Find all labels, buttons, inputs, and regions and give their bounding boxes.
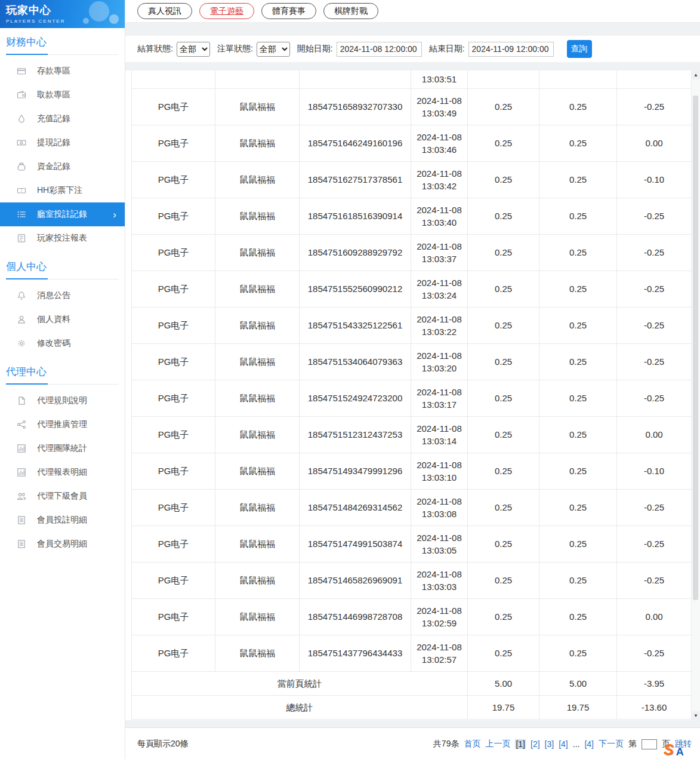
page-link[interactable]: [4] [559, 739, 568, 749]
sidebar-item[interactable]: 代理團隊統計 › [0, 437, 125, 460]
sidebar-item[interactable]: 資金記錄 › [0, 155, 125, 179]
share-icon [17, 420, 26, 429]
cell-profit: -0.25 [617, 271, 692, 307]
doc-icon [17, 396, 26, 405]
cell-datetime: 2024-11-0813:03:37 [411, 234, 468, 271]
prev-page-link[interactable]: 上一页 [485, 739, 510, 749]
bet-records-table: 13:03:51PG电子鼠鼠福福18547516589327073302024-… [131, 70, 692, 720]
cell-provider: PG电子 [132, 343, 215, 380]
page-link[interactable]: [1] [515, 739, 526, 749]
cell-valid-bet: 0.25 [539, 635, 617, 671]
sidebar-item[interactable]: 提現記錄 › [0, 131, 125, 155]
sidebar-item-label: 代理推廣管理 [37, 419, 125, 430]
category-tab[interactable]: 體育賽事 [261, 3, 316, 19]
cell-valid-bet: 0.25 [539, 88, 617, 125]
category-tab[interactable]: 電子遊藝 [199, 3, 254, 19]
jump-prefix-label: 第 [628, 739, 637, 749]
sidebar-header: 玩家中心 PLAYERS CENTER [0, 0, 125, 28]
settle-status-label: 結算狀態: [137, 44, 173, 54]
table-row: PG电子鼠鼠福福18547514377964344332024-11-0813:… [132, 635, 692, 671]
page-jump-input[interactable] [642, 739, 657, 749]
scroll-up-arrow-icon[interactable]: ▲ [692, 70, 700, 79]
table-row: PG电子鼠鼠福福18547516275173785612024-11-0813:… [132, 161, 692, 198]
sidebar-item-label: 會員投註明細 [37, 515, 125, 526]
report-icon [17, 233, 26, 243]
sidebar-item[interactable]: 玩家投注報表 › [0, 226, 125, 250]
sidebar-item[interactable]: 充值記錄 › [0, 107, 125, 131]
cell-valid-bet: 0.25 [539, 271, 617, 307]
cell-valid-bet: 0.25 [539, 307, 617, 343]
order-status-select[interactable]: 全部 [257, 42, 290, 57]
cell-profit: -0.25 [617, 234, 692, 271]
wallet-icon [17, 90, 26, 100]
cell-order-no: 1854751493479991296 [300, 453, 411, 489]
sidebar-item[interactable]: 代理報表明細 › [0, 460, 125, 484]
cell-game: 鼠鼠福福 [215, 635, 300, 671]
sidebar-item[interactable]: 會員交易明細 › [0, 532, 125, 556]
sidebar-item[interactable]: 代理下級會員 › [0, 484, 125, 508]
cell-bet: 0.25 [468, 380, 539, 416]
sidebar-item[interactable]: 代理推廣管理 › [0, 413, 125, 437]
cell-provider: PG电子 [132, 198, 215, 234]
start-date-input[interactable] [337, 42, 422, 57]
cell-order-no: 1854751552560990212 [300, 271, 411, 307]
table-row: PG电子鼠鼠福福18547516462491601962024-11-0813:… [132, 125, 692, 161]
sidebar-item-label: 代理下級會員 [37, 491, 125, 502]
total-records-label: 共79条 [433, 739, 460, 749]
table-row: PG电子鼠鼠福福18547514934799912962024-11-0813:… [132, 453, 692, 489]
cell-provider: PG电子 [132, 453, 215, 489]
cell-provider: PG电子 [132, 307, 215, 343]
category-tab[interactable]: 棋牌對戰 [323, 3, 378, 19]
cell-valid-bet: 0.25 [539, 343, 617, 380]
scrollbar-thumb[interactable] [693, 96, 698, 600]
page-number-links: [1][2][3][4]...[4] [515, 739, 594, 749]
cell-profit: 0.00 [617, 416, 692, 453]
sidebar-item[interactable]: 修改密碼 › [0, 331, 125, 355]
sidebar-item[interactable]: 廳室投註記錄 › [0, 202, 125, 226]
ime-indicator[interactable]: S A [664, 742, 684, 757]
settle-status-select[interactable]: 全部 [177, 42, 210, 57]
players-center-page: 玩家中心 PLAYERS CENTER 财務中心 存款專區 › 取款專區 › 充… [0, 0, 700, 759]
cell-order-no: 1854751524924723200 [300, 380, 411, 416]
table-row: PG电子鼠鼠福福18547516092889297922024-11-0813:… [132, 234, 692, 271]
page-link[interactable]: [2] [531, 739, 540, 749]
cell-bet: 5.00 [468, 671, 539, 695]
table-row: PG电子鼠鼠福福18547514469987287082024-11-0813:… [132, 598, 692, 635]
end-date-input[interactable] [468, 42, 554, 57]
cell-order-no: 1854751437796434433 [300, 635, 411, 671]
category-tabs: 真人視訊 電子遊藝 體育賽事 棋牌對戰 [125, 0, 700, 23]
sidebar-section-title: 代理中心 [6, 365, 119, 385]
moneybag-icon [17, 162, 26, 171]
sidebar-item[interactable]: 取款專區 › [0, 83, 125, 107]
sidebar-item[interactable]: 消息公告 › [0, 284, 125, 308]
cell-bet: 0.25 [468, 198, 539, 234]
cell-profit: -0.10 [617, 453, 692, 489]
sogou-ime-icon[interactable]: S [664, 742, 674, 757]
cell-profit: -0.25 [617, 307, 692, 343]
sidebar-item[interactable]: 存款專區 › [0, 59, 125, 83]
ime-mode-letter: A [676, 746, 684, 757]
cell-game: 鼠鼠福福 [215, 598, 300, 635]
table-scrollbar[interactable]: ▲ ▼ [691, 70, 700, 720]
next-page-link[interactable]: 下一页 [599, 739, 624, 749]
first-page-link[interactable]: 首页 [464, 739, 480, 749]
table-row: PG电子鼠鼠福福18547515123124372532024-11-0813:… [132, 416, 692, 453]
cell-provider: PG电子 [132, 489, 215, 526]
page-link[interactable]: [4] [584, 739, 594, 749]
scroll-down-arrow-icon[interactable]: ▼ [692, 711, 700, 720]
listdoc-icon [17, 515, 26, 525]
sidebar-item[interactable]: 個人資料 › [0, 308, 125, 331]
cell-game: 鼠鼠福福 [215, 453, 300, 489]
page-link[interactable]: [3] [545, 739, 554, 749]
cell-order-no: 1854751646249160196 [300, 125, 411, 161]
drop-icon [17, 114, 26, 124]
cell-bet: 0.25 [468, 88, 539, 125]
search-button[interactable]: 查詢 [567, 40, 592, 58]
sidebar-item[interactable]: 會員投註明細 › [0, 508, 125, 532]
cell-datetime: 2024-11-0813:03:49 [411, 88, 468, 125]
cell-profit: -3.95 [617, 671, 692, 695]
sidebar-item[interactable]: 代理規則說明 › [0, 389, 125, 413]
category-tab[interactable]: 真人視訊 [137, 3, 192, 19]
sidebar-item[interactable]: HH彩票下注 › [0, 179, 125, 202]
cell-datetime: 2024-11-0813:02:59 [411, 598, 468, 635]
